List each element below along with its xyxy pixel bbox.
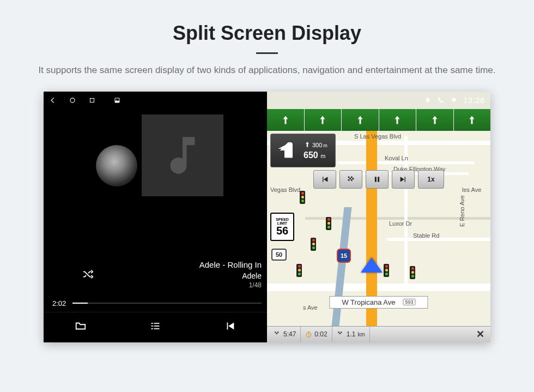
page-title: Split Screen Display — [0, 0, 534, 45]
speed-limit-label-top: SPEED — [276, 218, 289, 221]
traffic-light-icon — [410, 266, 415, 279]
music-pane: Adele - Rolling In Adele 1/48 2:02 — [44, 92, 267, 342]
turn-next-distance: 300 — [312, 142, 322, 148]
svg-rect-8 — [154, 328, 159, 329]
svg-rect-1 — [90, 98, 94, 102]
countdown-segment[interactable]: 0:02 — [301, 327, 332, 342]
page-subtitle: It supports the same screen display of t… — [33, 64, 501, 77]
close-button[interactable]: ✕ — [472, 327, 488, 342]
svg-rect-9 — [348, 176, 350, 178]
traffic-light-icon — [384, 264, 389, 277]
street-label: Stable Rd — [413, 232, 439, 239]
street-label: E Reno Ave — [459, 195, 465, 227]
navigation-pane: S Las Vegas Blvd Koval Ln Duke Ellington… — [267, 92, 490, 342]
traffic-light-icon — [326, 217, 331, 230]
svg-rect-24 — [339, 333, 340, 334]
turn-instruction: 300 m 650 m — [270, 134, 336, 167]
speed-limit-sign: SPEED LIMIT 56 — [270, 213, 294, 241]
track-title: Adele - Rolling In — [199, 260, 262, 270]
svg-rect-23 — [341, 331, 342, 333]
svg-rect-18 — [277, 331, 278, 333]
vehicle-arrow-icon — [361, 257, 383, 273]
turn-primary-unit: m — [320, 153, 325, 159]
shuffle-icon[interactable] — [82, 268, 94, 282]
current-street-name: W Tropicana Ave — [342, 298, 395, 306]
countdown-value: 0:02 — [314, 330, 327, 338]
lane-guidance — [267, 109, 490, 131]
eta-segment[interactable]: 5:47 — [269, 327, 301, 342]
progress-row: 2:02 — [52, 299, 262, 307]
street-label: Luxor Dr — [389, 220, 412, 227]
interstate-shield: 15 — [337, 249, 351, 263]
current-street-banner: W Tropicana Ave 593 — [329, 296, 428, 309]
home-icon[interactable] — [69, 97, 76, 104]
turn-primary-distance: 650 — [304, 150, 318, 160]
speed-limit-value: 56 — [276, 225, 288, 236]
street-label: Koval Ln — [385, 155, 408, 161]
eta-value: 5:47 — [283, 330, 296, 338]
location-icon — [424, 97, 432, 104]
back-icon[interactable] — [49, 97, 57, 104]
overlay-flag-button[interactable] — [339, 170, 362, 189]
lane-arrow — [379, 109, 416, 131]
folder-button[interactable] — [74, 320, 87, 334]
phone-icon — [437, 97, 445, 104]
progress-bar[interactable] — [72, 303, 262, 304]
street-label: S Las Vegas Blvd — [354, 133, 401, 140]
album-art-placeholder — [142, 114, 223, 196]
remaining-unit: km — [357, 331, 365, 337]
image-icon[interactable] — [113, 97, 121, 104]
lane-arrow — [304, 109, 342, 131]
music-bottom-controls — [44, 312, 267, 342]
svg-rect-19 — [276, 333, 277, 334]
previous-button[interactable] — [223, 320, 236, 334]
nav-bottom-bar: 5:47 0:02 1.1 km ✕ — [267, 326, 490, 342]
overlay-prev-button[interactable] — [313, 170, 336, 189]
street-label: s Ave — [303, 304, 318, 311]
svg-rect-22 — [338, 331, 339, 333]
list-button[interactable] — [149, 321, 162, 334]
svg-rect-13 — [348, 179, 350, 181]
svg-rect-10 — [351, 176, 353, 178]
overlay-next-button[interactable] — [392, 170, 415, 189]
disc-knob[interactable] — [96, 145, 137, 186]
lane-arrow — [341, 109, 379, 131]
overlay-pause-button[interactable] — [366, 170, 389, 189]
track-artist: Adele — [199, 271, 262, 281]
distance-segment[interactable]: 1.1 km — [332, 327, 370, 342]
traffic-light-icon — [311, 238, 316, 251]
title-underline — [256, 52, 278, 54]
lane-arrow — [267, 109, 304, 131]
lane-arrow — [416, 109, 453, 131]
map-canvas[interactable]: S Las Vegas Blvd Koval Ln Duke Ellington… — [267, 131, 490, 326]
svg-rect-15 — [375, 177, 377, 182]
remaining-distance: 1.1 — [347, 330, 356, 338]
status-clock: 13:26 — [463, 95, 485, 105]
traffic-light-icon — [300, 191, 305, 204]
us-route-shield: 50 — [271, 249, 287, 261]
lane-arrow — [453, 109, 491, 131]
track-info: Adele - Rolling In Adele 1/48 — [199, 260, 262, 290]
svg-point-0 — [70, 98, 75, 102]
svg-rect-16 — [378, 177, 379, 182]
track-counter: 1/48 — [199, 281, 262, 290]
svg-rect-7 — [151, 328, 153, 329]
svg-rect-11 — [349, 178, 351, 179]
elapsed-time: 2:02 — [52, 299, 66, 307]
overlay-transport-bar: 1x — [270, 170, 487, 189]
traffic-light-icon — [296, 264, 302, 277]
svg-rect-12 — [353, 178, 354, 179]
wifi-icon — [450, 97, 458, 104]
svg-rect-17 — [275, 331, 276, 333]
svg-rect-21 — [308, 331, 310, 332]
overlay-speed-button[interactable]: 1x — [418, 170, 444, 189]
device-frame: 13:26 Adele - Rolling In Adele 1/48 2:02 — [44, 92, 490, 342]
street-badge: 593 — [403, 299, 416, 305]
svg-rect-6 — [154, 325, 159, 327]
recents-icon[interactable] — [88, 97, 96, 104]
svg-rect-5 — [151, 325, 153, 327]
svg-rect-4 — [154, 323, 159, 324]
turn-next-unit: m — [323, 143, 327, 148]
svg-rect-14 — [351, 179, 353, 181]
svg-rect-3 — [151, 323, 153, 324]
